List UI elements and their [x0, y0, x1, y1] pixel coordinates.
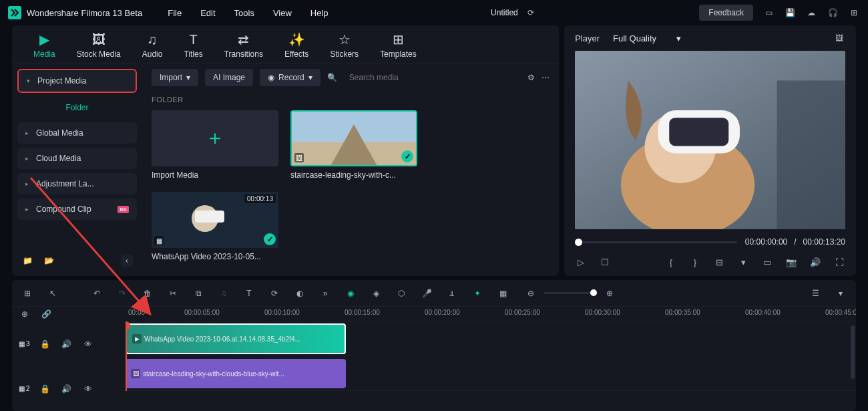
- shield-icon[interactable]: ⬡: [395, 287, 407, 299]
- chevron-down-icon[interactable]: ▾: [737, 256, 749, 268]
- track-row[interactable]: ▶WhatsApp Video 2023-10-06.at.14.14.08.3…: [126, 321, 856, 356]
- undo-icon[interactable]: ↶: [91, 287, 103, 299]
- menu-help[interactable]: Help: [310, 8, 329, 18]
- more-icon[interactable]: ⋯: [541, 73, 550, 82]
- tab-stock-media[interactable]: 🖼Stock Media: [77, 32, 121, 59]
- record-button[interactable]: ◉Record▾: [260, 69, 320, 86]
- mute-icon[interactable]: 🔊: [61, 338, 73, 350]
- scrub-bar[interactable]: [575, 241, 737, 243]
- filter-icon[interactable]: ⚙: [527, 73, 535, 82]
- mute-icon[interactable]: 🔊: [61, 383, 73, 395]
- collapse-sidebar-icon[interactable]: ‹: [121, 255, 133, 267]
- text-icon[interactable]: T: [243, 287, 255, 299]
- sidebar-item-compound-clip[interactable]: ▸Compound ClipBE: [17, 198, 137, 220]
- menu-view[interactable]: View: [273, 8, 292, 18]
- ai-image-button[interactable]: AI Image: [205, 69, 253, 86]
- tab-transitions[interactable]: ⇄Transitions: [224, 32, 263, 59]
- redo-icon[interactable]: ↷: [116, 287, 128, 299]
- stop-icon[interactable]: ☐: [599, 256, 611, 268]
- music-icon[interactable]: ♫: [218, 287, 230, 299]
- render-icon[interactable]: ▦: [497, 287, 509, 299]
- delete-icon[interactable]: 🗑: [142, 287, 154, 299]
- expand-icon[interactable]: »: [319, 287, 331, 299]
- folder-icon[interactable]: 📂: [43, 255, 55, 267]
- grid-icon[interactable]: ⊞: [21, 287, 33, 299]
- mark-in-icon[interactable]: {: [665, 256, 677, 268]
- zoom-in-icon[interactable]: ⊕: [604, 287, 616, 299]
- apps-icon[interactable]: ⊞: [848, 7, 860, 19]
- menu-file[interactable]: File: [168, 8, 182, 18]
- save-icon[interactable]: 💾: [784, 7, 796, 19]
- import-button[interactable]: Import▾: [152, 69, 198, 86]
- camera-icon[interactable]: 📷: [785, 256, 797, 268]
- track-header-2[interactable]: ▦2 🔒 🔊 👁: [12, 366, 126, 411]
- timeline-scrollbar[interactable]: [851, 325, 855, 379]
- ai-icon[interactable]: ◉: [345, 287, 357, 299]
- monitor-icon[interactable]: ▭: [761, 256, 773, 268]
- timeline-clip-whatsapp[interactable]: ▶WhatsApp Video 2023-10-06.at.14.14.08.3…: [126, 323, 346, 354]
- zoom-slider[interactable]: [544, 292, 597, 294]
- lock-icon[interactable]: 🔒: [39, 383, 51, 395]
- media-thumb[interactable]: 🖼 ✓: [290, 110, 417, 166]
- new-folder-icon[interactable]: 📁: [21, 255, 33, 267]
- split-view-icon[interactable]: ⊟: [713, 256, 725, 268]
- media-item-whatsapp-video[interactable]: 00:00:13 ▦ ✓ WhatsApp Video 2023-10-05..…: [152, 192, 278, 261]
- chevron-down-icon[interactable]: ▾: [835, 287, 847, 299]
- speed-icon[interactable]: ⟳: [268, 287, 280, 299]
- mark-out-icon[interactable]: }: [689, 256, 701, 268]
- mic-icon[interactable]: 🎤: [421, 287, 433, 299]
- fullscreen-icon[interactable]: ⛶: [833, 256, 845, 268]
- cloud-icon[interactable]: ☁: [805, 7, 817, 19]
- preview-area[interactable]: [575, 51, 845, 229]
- import-media-thumb[interactable]: +: [152, 110, 278, 166]
- keyframe-icon[interactable]: ◈: [370, 287, 382, 299]
- media-thumb[interactable]: 00:00:13 ▦ ✓: [152, 192, 278, 248]
- search-input[interactable]: [344, 69, 521, 86]
- media-item-staircase[interactable]: 🖼 ✓ staircase-leading-sky-with-c...: [290, 110, 417, 180]
- lock-icon[interactable]: 🔒: [39, 338, 51, 350]
- sidebar-item-adjustment-layer[interactable]: ▸Adjustment La...: [17, 173, 137, 194]
- add-track-icon[interactable]: ⊕: [19, 308, 31, 320]
- beta-badge: BE: [118, 206, 129, 213]
- menu-tools[interactable]: Tools: [234, 8, 254, 18]
- player-quality-select[interactable]: Full Quality▾: [613, 33, 681, 43]
- visibility-icon[interactable]: 👁: [82, 338, 94, 350]
- tab-media[interactable]: ▶Media: [33, 32, 55, 59]
- play-icon[interactable]: ▷: [575, 256, 587, 268]
- sidebar-item-global-media[interactable]: ▸Global Media: [17, 122, 137, 144]
- timeline-ruler[interactable]: 00:00 00:00:05:00 00:00:10:00 00:00:15:0…: [126, 307, 856, 321]
- tab-audio[interactable]: ♫Audio: [142, 32, 163, 59]
- pointer-icon[interactable]: ↖: [47, 287, 59, 299]
- cut-icon[interactable]: ✂: [167, 287, 179, 299]
- sidebar-item-cloud-media[interactable]: ▸Cloud Media: [17, 148, 137, 169]
- tab-templates[interactable]: ⊞Templates: [380, 32, 417, 59]
- sidebar-item-project-media[interactable]: ▾Project Media: [17, 69, 137, 93]
- display-icon[interactable]: ▭: [763, 7, 775, 19]
- sidebar-item-folder[interactable]: Folder: [17, 97, 137, 118]
- tab-stickers[interactable]: ☆Stickers: [330, 32, 359, 59]
- track-row[interactable]: 🖼staircase-leading-sky-with-clouds-blue-…: [126, 356, 856, 391]
- feedback-button[interactable]: Feedback: [699, 5, 753, 21]
- timeline-tracks-area[interactable]: 00:00 00:00:05:00 00:00:10:00 00:00:15:0…: [126, 307, 856, 411]
- visibility-icon[interactable]: 👁: [82, 383, 94, 395]
- marker-icon[interactable]: ✦: [471, 287, 483, 299]
- color-icon[interactable]: ◐: [294, 287, 306, 299]
- volume-icon[interactable]: 🔊: [809, 256, 821, 268]
- crop-icon[interactable]: ⧉: [192, 287, 204, 299]
- zoom-out-icon[interactable]: ⊖: [525, 287, 537, 299]
- snapshot-icon[interactable]: 🖼: [833, 32, 845, 44]
- headphones-icon[interactable]: 🎧: [827, 7, 839, 19]
- menu-edit[interactable]: Edit: [200, 8, 215, 18]
- media-item-import[interactable]: + Import Media: [152, 110, 278, 180]
- mixer-icon[interactable]: ⫫: [446, 287, 458, 299]
- scrub-handle[interactable]: [575, 239, 582, 246]
- tab-effects[interactable]: ✨Effects: [284, 32, 308, 59]
- zoom-handle[interactable]: [590, 289, 597, 296]
- timeline-clip-staircase[interactable]: 🖼staircase-leading-sky-with-clouds-blue-…: [126, 359, 346, 388]
- track-header-3[interactable]: ▦3 🔒 🔊 👁: [12, 321, 126, 366]
- tab-titles[interactable]: TTitles: [184, 32, 202, 59]
- list-view-icon[interactable]: ☰: [809, 287, 821, 299]
- link-icon[interactable]: 🔗: [40, 308, 52, 320]
- playhead[interactable]: [126, 321, 127, 391]
- sync-icon[interactable]: ⟳: [525, 7, 537, 19]
